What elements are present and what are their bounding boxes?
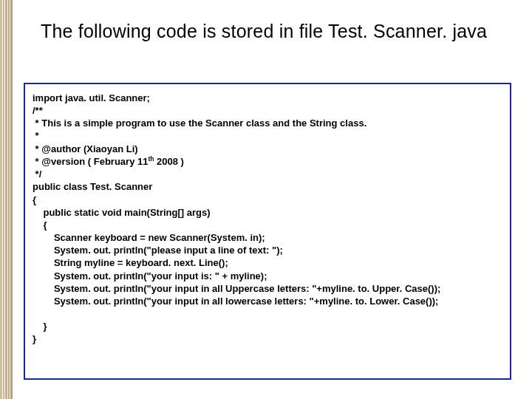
code-line: System. out. println("your input in all … bbox=[33, 283, 440, 294]
code-line: * @author (Xiaoyan Li) bbox=[33, 143, 138, 154]
code-line: System. out. println("your input is: " +… bbox=[33, 270, 267, 282]
code-line: public class Test. Scanner bbox=[33, 181, 152, 192]
code-line-part: * @version ( February 11 bbox=[33, 156, 148, 167]
code-line: public static void main(String[] args) bbox=[33, 207, 211, 218]
code-line: String myline = keyboard. next. Line(); bbox=[33, 257, 228, 268]
left-accent-stripes bbox=[0, 0, 13, 399]
code-line: System. out. println("please input a lin… bbox=[33, 245, 283, 256]
code-line: } bbox=[33, 321, 47, 332]
code-line-part: 2008 ) bbox=[154, 156, 183, 167]
slide: The following code is stored in file Tes… bbox=[0, 0, 532, 399]
code-line: System. out. println("your input in all … bbox=[33, 296, 438, 307]
code-line: /** bbox=[33, 105, 43, 116]
code-line: */ bbox=[33, 168, 41, 180]
code-box: import java. util. Scanner; /** * This i… bbox=[24, 83, 511, 380]
code-line: * bbox=[33, 130, 39, 141]
code-line: { bbox=[33, 219, 47, 231]
code-line: Scanner keyboard = new Scanner(System. i… bbox=[33, 232, 265, 243]
code-line: } bbox=[33, 333, 36, 344]
code-line: { bbox=[33, 194, 36, 205]
code-line: * This is a simple program to use the Sc… bbox=[33, 117, 366, 129]
code-line: import java. util. Scanner; bbox=[33, 92, 150, 103]
slide-title: The following code is stored in file Tes… bbox=[41, 21, 510, 42]
